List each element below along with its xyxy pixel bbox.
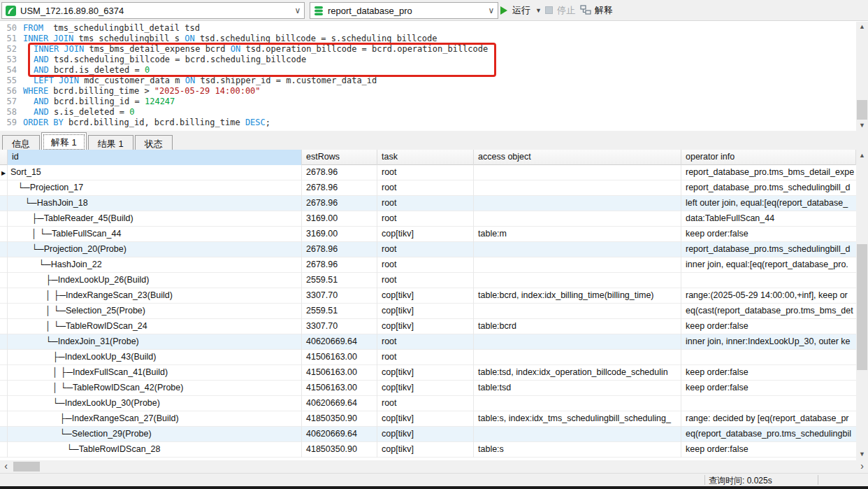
scroll-up-icon[interactable]: ▲ <box>856 150 868 161</box>
cell-task: cop[tikv] <box>377 227 474 242</box>
run-button[interactable]: 运行 ▼ <box>500 0 542 20</box>
table-row[interactable]: ├─IndexLookUp_43(Build)41506163.00root <box>0 350 856 365</box>
table-row[interactable]: └─Selection_29(Probe)40620669.64cop[tikv… <box>0 427 856 442</box>
connection-select[interactable]: USM_172.16.89.80_6374 ∨ <box>1 2 305 19</box>
table-row[interactable]: └─IndexJoin_31(Probe)40620669.64rootinne… <box>0 334 856 350</box>
tab-解释-1[interactable]: 解释 1 <box>41 132 87 152</box>
toolbar: USM_172.16.89.80_6374 ∨ report_database_… <box>0 0 868 21</box>
table-row[interactable]: │ ├─IndexRangeScan_23(Build)3307.70cop[t… <box>0 288 856 304</box>
cell-id: └─TableRowIDScan_28 <box>8 442 302 458</box>
sql-editor[interactable]: 50FROM tms_schedulingbill_detail tsd51IN… <box>0 21 868 131</box>
cell-id: └─IndexLookUp_30(Probe) <box>8 396 302 411</box>
line-number: 52 <box>0 44 17 55</box>
row-marker-cell <box>0 304 8 319</box>
row-marker-cell <box>0 381 8 396</box>
database-select[interactable]: report_database_pro ∨ <box>310 2 498 19</box>
editor-vertical-scrollbar[interactable]: ▲ ▼ <box>856 22 868 131</box>
cell-operator-info: keep order:false <box>681 442 856 458</box>
table-row[interactable]: │ └─TableRowIDScan_42(Probe)41506163.00c… <box>0 381 856 396</box>
grid-scrollbar-thumb[interactable] <box>857 244 867 370</box>
sql-line[interactable]: 58AND s.is_deleted = 0 <box>0 107 855 118</box>
table-row[interactable]: │ └─TableFullScan_443169.00cop[tikv]tabl… <box>0 227 856 242</box>
connection-value: USM_172.16.89.80_6374 <box>20 6 291 16</box>
cell-operator-info: report_database_pro.tms_schedulingbill_d <box>681 242 856 257</box>
run-dropdown-arrow-icon[interactable]: ▼ <box>535 7 542 14</box>
scroll-left-icon[interactable]: ‹ <box>0 460 12 473</box>
cell-estrows: 2678.96 <box>302 242 377 257</box>
row-marker-cell <box>0 211 8 227</box>
cell-id: │ └─TableRowIDScan_42(Probe) <box>8 381 302 396</box>
sql-line[interactable]: 50FROM tms_schedulingbill_detail tsd <box>0 23 855 34</box>
cell-operator-info <box>681 396 856 411</box>
table-row[interactable]: ├─IndexRangeScan_27(Build)41850350.90cop… <box>0 411 856 427</box>
cell-id: ├─IndexLookUp_26(Build) <box>8 273 302 288</box>
cell-task: cop[tikv] <box>377 411 474 427</box>
table-row[interactable]: ├─IndexLookUp_26(Build)2559.51root <box>0 273 856 288</box>
cell-access-object <box>474 396 681 411</box>
row-marker-cell <box>0 427 8 442</box>
explain-button[interactable]: 解释 <box>580 0 613 20</box>
sql-line[interactable]: 56WHERE bcrd.billing_time > "2025-05-29 … <box>0 86 855 97</box>
table-row[interactable]: ├─TableReader_45(Build)3169.00rootdata:T… <box>0 211 856 227</box>
table-row[interactable]: │ ├─IndexFullScan_41(Build)41506163.00co… <box>0 365 856 381</box>
cell-estrows: 40620669.64 <box>302 396 377 411</box>
cell-id: │ ├─IndexFullScan_41(Build) <box>8 365 302 381</box>
scroll-right-icon[interactable]: › <box>856 460 868 473</box>
column-header-id[interactable]: id <box>8 150 302 165</box>
cell-id: ├─TableReader_45(Build) <box>8 211 302 227</box>
cell-estrows: 40620669.64 <box>302 427 377 442</box>
scroll-down-icon[interactable]: ▼ <box>856 120 868 131</box>
cell-estrows: 40620669.64 <box>302 334 377 350</box>
row-marker-cell <box>0 242 8 257</box>
cell-operator-info: keep order:false <box>681 319 856 334</box>
table-row[interactable]: └─IndexLookUp_30(Probe)40620669.64root <box>0 396 856 411</box>
editor-scrollbar-thumb[interactable] <box>857 100 867 120</box>
cell-task: cop[tikv] <box>377 365 474 381</box>
grid-header-row: id estRows task access object operator i… <box>0 150 856 165</box>
row-marker-cell <box>0 227 8 242</box>
table-row[interactable]: └─HashJoin_182678.96rootleft outer join,… <box>0 196 856 211</box>
column-header-estrows[interactable]: estRows <box>302 150 377 165</box>
cell-estrows: 3169.00 <box>302 211 377 227</box>
line-number: 58 <box>0 107 17 118</box>
statusbar-divider <box>704 475 705 485</box>
hscrollbar-thumb[interactable] <box>13 462 40 472</box>
sql-line[interactable]: 55LEFT JOIN mdc_customer_data m ON tsd.s… <box>0 76 855 86</box>
sql-line[interactable]: 57AND bcrd.billing_id = 124247 <box>0 97 855 107</box>
cell-id: ├─IndexRangeScan_27(Build) <box>8 411 302 427</box>
cell-id: └─HashJoin_18 <box>8 196 302 211</box>
cell-estrows: 3169.00 <box>302 227 377 242</box>
cell-task: root <box>377 242 474 257</box>
column-header-access-object[interactable]: access object <box>474 150 681 165</box>
chevron-down-icon[interactable]: ∨ <box>291 6 304 15</box>
scroll-up-icon[interactable]: ▲ <box>856 22 868 32</box>
table-row[interactable]: ▶Sort_152678.96rootreport_database_pro.t… <box>0 165 856 180</box>
table-row[interactable]: └─TableRowIDScan_2841850350.90cop[tikv]t… <box>0 442 856 458</box>
cell-id: Sort_15 <box>8 165 302 180</box>
cell-access-object <box>474 242 681 257</box>
table-row[interactable]: │ └─TableRowIDScan_243307.70cop[tikv]tab… <box>0 319 856 334</box>
cell-id: └─Selection_29(Probe) <box>8 427 302 442</box>
table-row[interactable]: │ └─Selection_25(Probe)2559.51cop[tikv]e… <box>0 304 856 319</box>
sql-line[interactable]: 59ORDER BY bcrd.billing_id, bcrd.billing… <box>0 118 855 128</box>
cell-operator-info: inner join, inner:IndexLookUp_30, outer … <box>681 334 856 350</box>
row-marker-cell <box>0 196 8 211</box>
cell-estrows: 2678.96 <box>302 180 377 196</box>
line-number: 56 <box>0 86 17 97</box>
table-row[interactable]: └─HashJoin_222678.96rootinner join, equa… <box>0 257 856 273</box>
column-header-task[interactable]: task <box>377 150 474 165</box>
cell-access-object <box>474 196 681 211</box>
cell-operator-info: inner join, equal:[eq(report_database_pr… <box>681 257 856 273</box>
chevron-down-icon[interactable]: ∨ <box>485 6 498 15</box>
grid-body: ▶Sort_152678.96rootreport_database_pro.t… <box>0 165 856 458</box>
scroll-down-icon[interactable]: ▼ <box>856 449 868 460</box>
grid-vertical-scrollbar[interactable]: ▲ ▼ <box>856 150 868 460</box>
column-header-operator-info[interactable]: operator info <box>681 150 856 165</box>
grid-horizontal-scrollbar[interactable]: ‹ › <box>0 460 868 473</box>
table-row[interactable]: └─Projection_20(Probe)2678.96rootreport_… <box>0 242 856 257</box>
cell-operator-info <box>681 273 856 288</box>
cell-operator-info: keep order:false <box>681 365 856 381</box>
table-row[interactable]: └─Projection_172678.96rootreport_databas… <box>0 180 856 196</box>
stop-button[interactable]: 停止 <box>545 0 575 20</box>
cell-task: root <box>377 180 474 196</box>
